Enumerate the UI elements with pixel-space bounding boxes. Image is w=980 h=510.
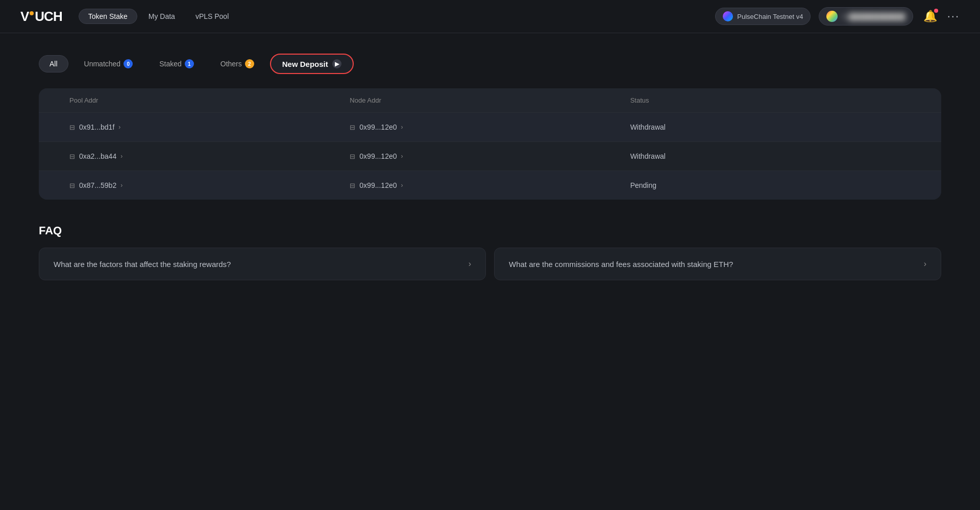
copy-icon-1: ⊟ [69,153,75,160]
logo-v: V [20,9,29,25]
tab-staked-label: Staked [159,60,182,68]
tab-all-label: All [50,60,58,68]
tab-staked-badge: 1 [185,59,194,68]
tab-unmatched-label: Unmatched [84,60,121,68]
tabs-bar: All Unmatched 0 Staked 1 Others 2 New De… [39,54,941,74]
network-label: PulseChain Testnet v4 [737,13,803,20]
node-addr-1-text: 0x99...12e0 [359,152,397,160]
header-right: PulseChain Testnet v4 0x████████████ 🔔 ·… [715,7,960,26]
tab-others[interactable]: Others 2 [210,55,265,73]
chevron-right-1: › [120,153,122,160]
network-badge[interactable]: PulseChain Testnet v4 [715,8,811,25]
new-deposit-label: New Deposit [282,60,328,68]
nav-token-stake[interactable]: Token Stake [79,9,137,24]
copy-icon-node-2: ⊟ [350,182,355,189]
col-pool-addr: Pool Addr [69,96,350,104]
wallet-badge[interactable]: 0x████████████ [819,7,913,26]
pool-addr-2-text: 0x87...59b2 [79,181,116,189]
faq-chevron-0: › [469,259,471,269]
faq-item-1[interactable]: What are the commissions and fees associ… [494,248,941,280]
table-row: ⊟ 0x91...bd1f › ⊟ 0x99...12e0 › Withdraw… [39,113,941,142]
table-row: ⊟ 0x87...59b2 › ⊟ 0x99...12e0 › Pending [39,171,941,200]
faq-chevron-1: › [924,259,926,269]
chevron-right-node-0: › [401,124,403,131]
wallet-address: 0x████████████ [842,13,905,20]
new-deposit-button[interactable]: New Deposit ▶ [270,54,354,74]
tab-unmatched-badge: 0 [124,59,133,68]
faq-item-0[interactable]: What are the factors that affect the sta… [39,248,486,280]
copy-icon-0: ⊟ [69,124,75,131]
table-row: ⊟ 0xa2...ba44 › ⊟ 0x99...12e0 › Withdraw… [39,142,941,171]
nav-my-data[interactable]: My Data [139,9,184,23]
logo: V UCH [20,9,62,25]
chevron-right-2: › [120,182,122,189]
tab-unmatched[interactable]: Unmatched 0 [74,55,144,73]
header-left: V UCH Token Stake My Data vPLS Pool [20,9,238,25]
copy-icon-node-1: ⊟ [350,153,355,160]
faq-title: FAQ [39,224,941,237]
faq-section: FAQ What are the factors that affect the… [39,224,941,280]
tab-others-badge: 2 [245,59,254,68]
node-addr-2[interactable]: ⊟ 0x99...12e0 › [350,181,630,189]
wallet-avatar [826,11,838,22]
notification-button[interactable]: 🔔 [921,8,939,25]
header: V UCH Token Stake My Data vPLS Pool Puls… [0,0,980,33]
logo-ouch: UCH [35,9,62,25]
copy-icon-2: ⊟ [69,182,75,189]
nav-vpls-pool[interactable]: vPLS Pool [186,9,238,23]
main-content: All Unmatched 0 Staked 1 Others 2 New De… [0,33,980,301]
faq-grid: What are the factors that affect the sta… [39,248,941,280]
node-addr-0-text: 0x99...12e0 [359,123,397,131]
status-0: Withdrawal [630,123,911,131]
pool-addr-1[interactable]: ⊟ 0xa2...ba44 › [69,152,350,160]
pool-addr-1-text: 0xa2...ba44 [79,152,116,160]
tab-others-label: Others [220,60,242,68]
status-2: Pending [630,181,911,189]
notification-dot [934,9,938,13]
chevron-right-0: › [118,124,120,131]
table-header: Pool Addr Node Addr Status [39,88,941,113]
faq-question-0: What are the factors that affect the sta… [54,260,231,269]
more-button[interactable]: ··· [947,10,960,23]
faq-question-1: What are the commissions and fees associ… [509,260,733,269]
col-node-addr: Node Addr [350,96,630,104]
status-1: Withdrawal [630,152,911,160]
col-status: Status [630,96,911,104]
tab-staked[interactable]: Staked 1 [149,55,205,73]
logo-dot [30,11,34,15]
chevron-right-node-1: › [401,153,403,160]
copy-icon-node-0: ⊟ [350,124,355,131]
tab-all[interactable]: All [39,55,68,72]
node-addr-0[interactable]: ⊟ 0x99...12e0 › [350,123,630,131]
pool-addr-0-text: 0x91...bd1f [79,123,114,131]
chevron-right-node-2: › [401,182,403,189]
pool-addr-2[interactable]: ⊟ 0x87...59b2 › [69,181,350,189]
pool-addr-0[interactable]: ⊟ 0x91...bd1f › [69,123,350,131]
main-nav: Token Stake My Data vPLS Pool [79,9,238,24]
network-icon [723,11,733,21]
node-addr-1[interactable]: ⊟ 0x99...12e0 › [350,152,630,160]
staking-table: Pool Addr Node Addr Status ⊟ 0x91...bd1f… [39,88,941,200]
node-addr-2-text: 0x99...12e0 [359,181,397,189]
arrow-icon: ▶ [332,59,341,68]
